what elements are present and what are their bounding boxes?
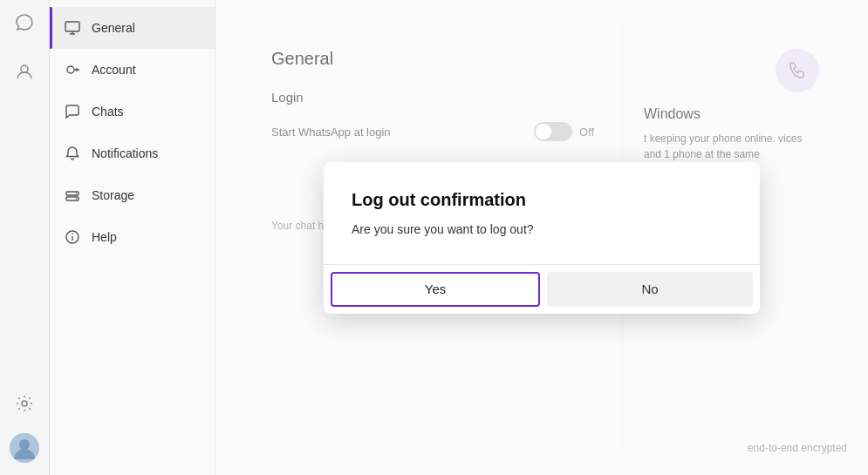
sidebar-label-account: Account xyxy=(92,63,136,77)
sidebar: General Account Chats Notifications xyxy=(50,0,215,475)
dialog-buttons: Yes No xyxy=(324,265,760,314)
chat-icon[interactable] xyxy=(12,10,37,35)
svg-point-3 xyxy=(19,439,30,450)
svg-point-5 xyxy=(67,66,74,73)
info-icon xyxy=(64,228,81,246)
sidebar-item-help[interactable]: Help xyxy=(50,216,215,258)
sidebar-label-chats: Chats xyxy=(92,105,124,119)
svg-point-1 xyxy=(22,401,27,406)
sidebar-label-notifications: Notifications xyxy=(92,146,158,160)
sidebar-label-general: General xyxy=(92,21,135,35)
profile-icon[interactable] xyxy=(12,59,37,84)
logout-dialog: Log out confirmation Are you sure you wa… xyxy=(324,162,760,314)
dialog-overlay: Log out confirmation Are you sure you wa… xyxy=(215,0,868,475)
key-icon xyxy=(64,61,81,78)
svg-point-8 xyxy=(76,193,78,194)
icon-bar xyxy=(0,0,50,475)
yes-button[interactable]: Yes xyxy=(331,272,540,307)
bell-icon xyxy=(64,145,81,162)
settings-icon[interactable] xyxy=(12,391,37,416)
svg-point-9 xyxy=(76,198,78,200)
svg-point-11 xyxy=(72,234,73,235)
dialog-title: Log out confirmation xyxy=(352,190,732,210)
sidebar-item-storage[interactable]: Storage xyxy=(50,174,215,216)
no-button[interactable]: No xyxy=(547,272,753,307)
icon-bar-bottom xyxy=(10,391,39,463)
monitor-icon xyxy=(64,19,81,37)
chat-bubble-icon xyxy=(64,103,81,120)
main-content: General Login Start WhatsApp at login Of… xyxy=(215,0,868,475)
storage-icon xyxy=(64,187,81,204)
dialog-body: Log out confirmation Are you sure you wa… xyxy=(324,162,760,264)
sidebar-label-help: Help xyxy=(92,230,117,244)
svg-point-0 xyxy=(21,65,28,72)
avatar[interactable] xyxy=(10,433,39,463)
sidebar-item-chats[interactable]: Chats xyxy=(50,91,215,132)
dialog-message: Are you sure you want to log out? xyxy=(352,222,732,236)
sidebar-item-general[interactable]: General xyxy=(50,7,215,49)
svg-rect-4 xyxy=(65,22,79,31)
sidebar-item-account[interactable]: Account xyxy=(50,49,215,91)
sidebar-label-storage: Storage xyxy=(92,188,134,202)
sidebar-item-notifications[interactable]: Notifications xyxy=(50,132,215,174)
